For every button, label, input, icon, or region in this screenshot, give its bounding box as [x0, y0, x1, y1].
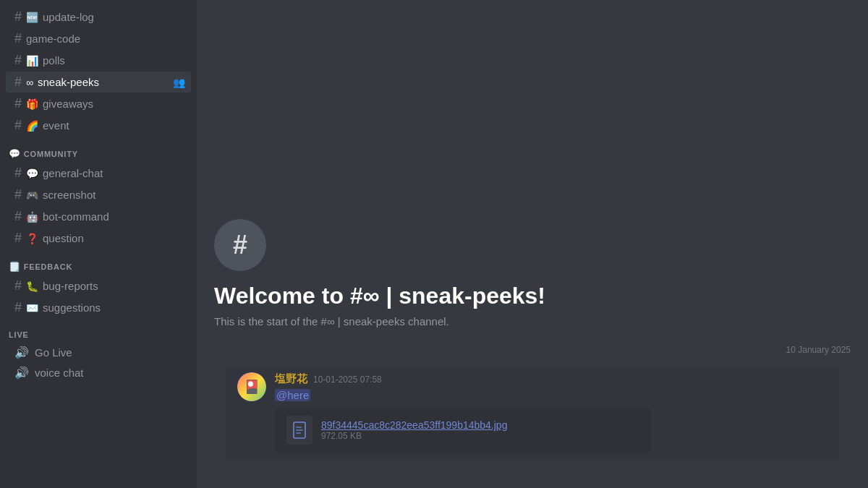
- hash-large-icon: #: [233, 230, 247, 260]
- feedback-channels: # 🐛 bug-reports # ✉️ suggestions: [0, 275, 197, 319]
- hash-icon: #: [14, 231, 22, 246]
- voice-channel-voice-chat[interactable]: 🔊 voice chat: [6, 363, 191, 382]
- channel-intro-title: Welcome to #∞ | sneak-peeks!: [214, 283, 851, 309]
- channel-item-game-code[interactable]: # game-code: [6, 28, 191, 49]
- feedback-section-header: 🗒️ FEEDBACK: [0, 249, 197, 275]
- voice-channel-label-voice-chat: voice chat: [35, 367, 84, 379]
- message-username: 塩野花: [275, 372, 307, 386]
- channel-emoji-suggestions: ✉️: [26, 302, 38, 314]
- channel-emoji-general-chat: 💬: [26, 168, 38, 179]
- live-header: LIVE: [0, 325, 197, 342]
- channel-label-update-log: update-log: [43, 11, 94, 23]
- svg-rect-1: [296, 427, 302, 428]
- channel-item-bot-command[interactable]: # 🤖 bot-command: [6, 206, 191, 227]
- message-body: 塩野花 10-01-2025 07:58 @here: [275, 372, 827, 453]
- channel-item-sneak-peeks[interactable]: # ∞ sneak-peeks 👥: [6, 72, 191, 93]
- hash-icon: #: [14, 96, 22, 111]
- feedback-icon: 🗒️: [9, 261, 21, 272]
- speaker-icon: 🔊: [14, 346, 29, 359]
- hash-icon: #: [14, 187, 22, 202]
- channel-emoji-bug-reports: 🐛: [26, 281, 38, 292]
- channel-label-giveaways: giveaways: [43, 98, 93, 110]
- hash-icon: #: [14, 118, 22, 133]
- hash-icon: #: [14, 31, 22, 46]
- channel-emoji-sneak-peeks: ∞: [26, 77, 33, 88]
- voice-channel-go-live[interactable]: 🔊 Go Live: [6, 343, 191, 362]
- date-divider: 10 January 2025: [214, 339, 851, 361]
- channel-item-bug-reports[interactable]: # 🐛 bug-reports: [6, 275, 191, 296]
- channel-item-giveaways[interactable]: # 🎁 giveaways: [6, 93, 191, 114]
- channel-label-sneak-peeks: sneak-peeks: [38, 76, 99, 88]
- messages-area: 🎴 塩野花 10-01-2025 07:58 @here: [214, 367, 851, 476]
- hash-icon: #: [14, 74, 22, 90]
- channel-emoji-question: ❓: [26, 233, 38, 244]
- channel-intro-subtitle: This is the start of the #∞ | sneak-peek…: [214, 315, 851, 328]
- svg-rect-2: [296, 429, 303, 431]
- message-timestamp: 10-01-2025 07:58: [313, 374, 382, 385]
- voice-channel-label-go-live: Go Live: [35, 346, 72, 359]
- file-name[interactable]: 89f34445cac8c282eea53ff199b14bb4.jpg: [321, 419, 639, 431]
- speaker-icon: 🔊: [14, 366, 29, 380]
- channel-item-screenshot[interactable]: # 🎮 screenshot: [6, 184, 191, 205]
- avatar-image: 🎴: [237, 372, 266, 401]
- community-icon: 💬: [9, 148, 21, 159]
- channel-label-question: question: [43, 232, 84, 244]
- sidebar: # 🆕 update-log # game-code # 📊 polls # ∞…: [0, 0, 197, 488]
- hash-icon: #: [14, 278, 22, 294]
- hash-icon: #: [14, 300, 22, 315]
- main-content: # Welcome to #∞ | sneak-peeks! This is t…: [197, 0, 868, 488]
- hash-icon: #: [14, 209, 22, 224]
- avatar: 🎴: [237, 372, 266, 401]
- live-section: LIVE 🔊 Go Live 🔊 voice chat: [0, 319, 197, 383]
- hash-icon: #: [14, 166, 22, 181]
- file-info: 89f34445cac8c282eea53ff199b14bb4.jpg 972…: [321, 419, 639, 441]
- channel-emoji-polls: 📊: [26, 55, 38, 67]
- community-channels: # 💬 general-chat # 🎮 screenshot # 🤖 bot-…: [0, 162, 197, 249]
- channel-label-event: event: [43, 119, 69, 132]
- message-header: 塩野花 10-01-2025 07:58: [275, 372, 827, 386]
- channel-item-suggestions[interactable]: # ✉️ suggestions: [6, 297, 191, 318]
- channel-label-bot-command: bot-command: [43, 210, 109, 223]
- channel-emoji-bot-command: 🤖: [26, 211, 38, 223]
- top-channels: # 🆕 update-log # game-code # 📊 polls # ∞…: [0, 6, 197, 137]
- community-section-header: 💬 COMMUNITY: [0, 137, 197, 162]
- hash-icon: #: [14, 53, 22, 68]
- channel-intro: # Welcome to #∞ | sneak-peeks! This is t…: [197, 0, 868, 488]
- channel-icon-circle: #: [214, 219, 266, 271]
- message-item: 🎴 塩野花 10-01-2025 07:58 @here: [226, 367, 839, 459]
- channel-item-event[interactable]: # 🌈 event: [6, 115, 191, 136]
- add-member-icon[interactable]: 👥: [173, 77, 185, 88]
- message-text: @here: [275, 389, 827, 401]
- channel-item-polls[interactable]: # 📊 polls: [6, 50, 191, 71]
- channel-label-bug-reports: bug-reports: [43, 280, 98, 292]
- channel-item-general-chat[interactable]: # 💬 general-chat: [6, 163, 191, 184]
- channel-label-polls: polls: [43, 54, 65, 67]
- channel-label-game-code: game-code: [26, 33, 80, 45]
- feedback-label: FEEDBACK: [24, 262, 73, 271]
- channel-label-general-chat: general-chat: [43, 167, 103, 179]
- channel-emoji-event: 🌈: [26, 120, 38, 132]
- file-attachment[interactable]: 89f34445cac8c282eea53ff199b14bb4.jpg 972…: [275, 407, 651, 453]
- channel-item-question[interactable]: # ❓ question: [6, 228, 191, 249]
- channel-emoji-update-log: 🆕: [26, 12, 38, 23]
- svg-rect-3: [296, 432, 301, 434]
- channel-label-suggestions: suggestions: [43, 301, 101, 314]
- channel-emoji-giveaways: 🎁: [26, 98, 38, 110]
- file-icon: [286, 416, 312, 445]
- community-label: COMMUNITY: [24, 150, 78, 158]
- file-size: 972.05 KB: [321, 431, 639, 441]
- mention-here: @here: [275, 389, 310, 401]
- hash-icon: #: [14, 9, 22, 25]
- channel-item-update-log[interactable]: # 🆕 update-log: [6, 7, 191, 27]
- channel-emoji-screenshot: 🎮: [26, 189, 38, 201]
- channel-label-screenshot: screenshot: [43, 189, 95, 201]
